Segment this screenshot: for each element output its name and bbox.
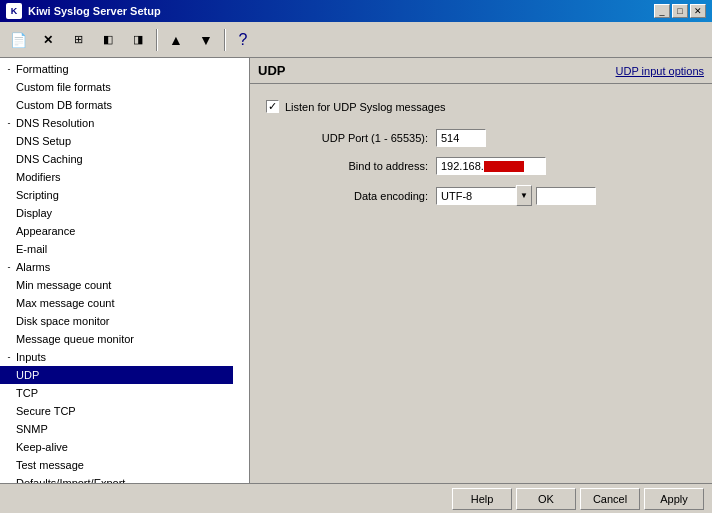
tree-label-display: Display — [16, 205, 52, 221]
tree-label-modifiers: Modifiers — [16, 169, 61, 185]
tree-label-secure-tcp: Secure TCP — [16, 403, 76, 419]
expand-icon-inputs: - — [4, 349, 14, 365]
encoding-label: Data encoding: — [266, 190, 436, 202]
app-icon: K — [6, 3, 22, 19]
tree-label-min-message-count: Min message count — [16, 277, 111, 293]
encoding-select[interactable]: UTF-8 ASCII UTF-16 — [436, 187, 516, 205]
tree-item-alarms[interactable]: - Alarms — [0, 258, 233, 276]
move-up-button[interactable]: ▲ — [162, 27, 190, 53]
tree-item-custom-file-formats[interactable]: Custom file formats — [0, 78, 233, 96]
tree-item-snmp[interactable]: SNMP — [0, 420, 233, 438]
bind-label: Bind to address: — [266, 160, 436, 172]
tree-item-formatting[interactable]: - Formatting — [0, 60, 233, 78]
encoding-row: Data encoding: UTF-8 ASCII UTF-16 ▼ — [266, 185, 696, 206]
tree-item-disk-space-monitor[interactable]: Disk space monitor — [0, 312, 233, 330]
tree-item-test-message[interactable]: Test message — [0, 456, 233, 474]
tree-item-udp[interactable]: UDP — [0, 366, 233, 384]
tree-item-tcp[interactable]: TCP — [0, 384, 233, 402]
tree-label-udp: UDP — [16, 367, 39, 383]
tree-item-keep-alive[interactable]: Keep-alive — [0, 438, 233, 456]
tree-label-email: E-mail — [16, 241, 47, 257]
toolbar: 📄 ✕ ⊞ ◧ ◨ ▲ ▼ ? — [0, 22, 712, 58]
ip-prefix: 192.168. — [441, 160, 484, 172]
tree-label-dns-caching: DNS Caching — [16, 151, 83, 167]
panel-header: UDP UDP input options — [250, 58, 712, 84]
title-bar: K Kiwi Syslog Server Setup _ □ ✕ — [0, 0, 712, 22]
tree-label-defaults: Defaults/Import/Export — [16, 475, 125, 483]
tree-item-min-message-count[interactable]: Min message count — [0, 276, 233, 294]
new-button[interactable]: 📄 — [4, 27, 32, 53]
paste2-button[interactable]: ◨ — [124, 27, 152, 53]
tree-label-message-queue-monitor: Message queue monitor — [16, 331, 134, 347]
port-row: UDP Port (1 - 65535): — [266, 129, 696, 147]
tree-item-max-message-count[interactable]: Max message count — [0, 294, 233, 312]
main-area: - Formatting Custom file formats Custom … — [0, 58, 712, 483]
tree-item-email[interactable]: E-mail — [0, 240, 233, 258]
tree-item-scripting[interactable]: Scripting — [0, 186, 233, 204]
expand-icon-alarms: - — [4, 259, 14, 275]
port-input[interactable] — [436, 129, 486, 147]
expand-icon: - — [4, 61, 14, 77]
expand-icon-dns: - — [4, 115, 14, 131]
delete-button[interactable]: ✕ — [34, 27, 62, 53]
content-area: ✓ Listen for UDP Syslog messages UDP Por… — [250, 84, 712, 483]
bind-address-input[interactable]: 192.168. — [436, 157, 546, 175]
bottom-bar: Help OK Cancel Apply — [0, 483, 712, 513]
tree-label-tcp: TCP — [16, 385, 38, 401]
close-button[interactable]: ✕ — [690, 4, 706, 18]
ip-redacted — [484, 161, 524, 172]
tree-item-dns-setup[interactable]: DNS Setup — [0, 132, 233, 150]
tree-item-defaults[interactable]: Defaults/Import/Export — [0, 474, 233, 483]
tree-label-formatting: Formatting — [16, 61, 69, 77]
toolbar-separator2 — [224, 29, 226, 51]
tree-item-message-queue-monitor[interactable]: Message queue monitor — [0, 330, 233, 348]
help-button[interactable]: Help — [452, 488, 512, 510]
tree-label-inputs: Inputs — [16, 349, 46, 365]
tree-item-dns-resolution[interactable]: - DNS Resolution — [0, 114, 233, 132]
listen-checkbox[interactable]: ✓ — [266, 100, 279, 113]
tree-content: - Formatting Custom file formats Custom … — [0, 58, 233, 483]
window-title: Kiwi Syslog Server Setup — [28, 5, 161, 17]
tree-item-dns-caching[interactable]: DNS Caching — [0, 150, 233, 168]
tree-label-dns-setup: DNS Setup — [16, 133, 71, 149]
tree-item-display[interactable]: Display — [0, 204, 233, 222]
tree-label-custom-file-formats: Custom file formats — [16, 79, 111, 95]
listen-checkbox-row: ✓ Listen for UDP Syslog messages — [266, 100, 696, 113]
tree-label-custom-db-formats: Custom DB formats — [16, 97, 112, 113]
copy-button[interactable]: ⊞ — [64, 27, 92, 53]
tree-label-scripting: Scripting — [16, 187, 59, 203]
tree-item-secure-tcp[interactable]: Secure TCP — [0, 402, 233, 420]
encoding-extra-input[interactable] — [536, 187, 596, 205]
tree-label-alarms: Alarms — [16, 259, 50, 275]
ok-button[interactable]: OK — [516, 488, 576, 510]
listen-label: Listen for UDP Syslog messages — [285, 101, 446, 113]
tree-panel[interactable]: - Formatting Custom file formats Custom … — [0, 58, 250, 483]
tree-label-max-message-count: Max message count — [16, 295, 114, 311]
tree-item-inputs[interactable]: - Inputs — [0, 348, 233, 366]
tree-label-disk-space-monitor: Disk space monitor — [16, 313, 110, 329]
toolbar-separator — [156, 29, 158, 51]
tree-label-snmp: SNMP — [16, 421, 48, 437]
encoding-dropdown-btn[interactable]: ▼ — [516, 185, 532, 206]
tree-label-test-message: Test message — [16, 457, 84, 473]
apply-button[interactable]: Apply — [644, 488, 704, 510]
tree-label-appearance: Appearance — [16, 223, 75, 239]
bind-address-row: Bind to address: 192.168. — [266, 157, 696, 175]
encoding-select-wrapper: UTF-8 ASCII UTF-16 ▼ — [436, 185, 532, 206]
minimize-button[interactable]: _ — [654, 4, 670, 18]
port-label: UDP Port (1 - 65535): — [266, 132, 436, 144]
tree-item-modifiers[interactable]: Modifiers — [0, 168, 233, 186]
cancel-button[interactable]: Cancel — [580, 488, 640, 510]
tree-label-dns-resolution: DNS Resolution — [16, 115, 94, 131]
tree-item-custom-db-formats[interactable]: Custom DB formats — [0, 96, 233, 114]
udp-options-link[interactable]: UDP input options — [616, 65, 704, 77]
panel-title: UDP — [258, 63, 285, 78]
move-down-button[interactable]: ▼ — [192, 27, 220, 53]
tree-item-appearance[interactable]: Appearance — [0, 222, 233, 240]
right-panel: UDP UDP input options ✓ Listen for UDP S… — [250, 58, 712, 483]
help-icon-button[interactable]: ? — [230, 27, 256, 53]
tree-label-keep-alive: Keep-alive — [16, 439, 68, 455]
maximize-button[interactable]: □ — [672, 4, 688, 18]
paste1-button[interactable]: ◧ — [94, 27, 122, 53]
